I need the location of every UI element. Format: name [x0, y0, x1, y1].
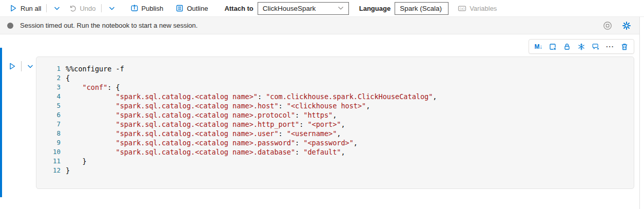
code-line[interactable]: 5 "spark.sql.catalog.<catalog name>.host…	[36, 101, 634, 110]
notebook-area: M↓	[0, 34, 639, 209]
code-line[interactable]: 6 "spark.sql.catalog.<catalog name>.prot…	[36, 110, 634, 120]
language-value: Spark (Scala)	[400, 5, 442, 12]
markdown-convert-icon: M↓	[535, 43, 542, 50]
lock-icon	[563, 43, 571, 51]
code-line[interactable]: 11 }	[36, 157, 634, 166]
play-icon	[8, 62, 16, 70]
ellipsis-icon: ···	[606, 43, 614, 50]
line-number: 6	[36, 110, 61, 120]
publish-label: Publish	[142, 5, 164, 12]
code-text: "spark.sql.catalog.<catalog name>": "com…	[66, 92, 437, 101]
code-text: "spark.sql.catalog.<catalog name>.protoc…	[66, 110, 337, 120]
convert-to-markdown-button[interactable]: M↓	[531, 40, 545, 53]
clear-output-icon	[549, 43, 557, 51]
attach-to-value: ClickHouseSpark	[263, 5, 316, 12]
chevron-down-icon	[26, 62, 34, 70]
code-cell: 1%%configure -f2{3 "conf": {4 "spark.sql…	[0, 56, 634, 189]
variables-label: Variables	[470, 5, 497, 12]
toolbar-divider	[101, 4, 102, 12]
code-text: "spark.sql.catalog.<catalog name>.host":…	[66, 101, 370, 110]
code-line[interactable]: 4 "spark.sql.catalog.<catalog name>": "c…	[36, 92, 634, 101]
session-message: Session timed out. Run the notebook to s…	[20, 22, 198, 29]
code-line[interactable]: 10 "spark.sql.catalog.<catalog name>.dat…	[36, 147, 634, 157]
cell-toolbar: M↓	[529, 39, 634, 54]
code-line[interactable]: 12}	[36, 166, 634, 175]
code-editor[interactable]: 1%%configure -f2{3 "conf": {4 "spark.sql…	[36, 56, 634, 189]
session-actions	[602, 20, 632, 31]
code-lines: 1%%configure -f2{3 "conf": {4 "spark.sql…	[36, 64, 634, 175]
run-options-chevron-button[interactable]	[49, 2, 65, 15]
line-number: 7	[36, 120, 61, 129]
code-line[interactable]: 2{	[36, 73, 634, 83]
session-status-icon	[7, 23, 13, 29]
toolbar-divider	[46, 4, 47, 12]
code-line[interactable]: 8 "spark.sql.catalog.<catalog name>.user…	[36, 129, 634, 138]
notebook-pane: Session timed out. Run the notebook to s…	[0, 17, 640, 209]
comment-add-icon	[592, 43, 600, 51]
cell-gutter	[0, 56, 36, 189]
lock-cell-button[interactable]	[560, 40, 574, 53]
trash-icon	[620, 43, 629, 51]
variables-icon: (x)	[458, 4, 466, 13]
chevron-down-icon	[338, 6, 344, 10]
clear-output-button[interactable]	[545, 40, 560, 53]
publish-button[interactable]: Publish	[127, 2, 167, 15]
app: Run all Undo Publish	[0, 0, 644, 209]
session-status-bar: Session timed out. Run the notebook to s…	[0, 17, 639, 34]
code-text: "spark.sql.catalog.<catalog name>.http_p…	[66, 120, 345, 129]
svg-text:(x): (x)	[459, 6, 465, 10]
chevron-down-icon	[53, 4, 61, 12]
publish-icon	[130, 4, 139, 12]
cell-run-options-chevron-button[interactable]	[24, 60, 36, 72]
line-number: 12	[36, 166, 61, 175]
code-line[interactable]: 1%%configure -f	[36, 64, 634, 73]
language-dropdown[interactable]: Spark (Scala)	[395, 2, 448, 15]
stop-session-button[interactable]	[602, 20, 613, 31]
line-number: 11	[36, 157, 61, 166]
attach-to-label: Attach to	[224, 5, 253, 12]
line-number: 3	[36, 83, 61, 92]
undo-redo-options-chevron-button[interactable]	[104, 2, 120, 15]
code-text: "spark.sql.catalog.<catalog name>.passwo…	[66, 138, 358, 147]
gear-icon	[622, 21, 631, 30]
line-number: 2	[36, 73, 61, 83]
more-actions-button[interactable]: ···	[603, 40, 617, 53]
undo-label: Undo	[80, 5, 95, 12]
delete-cell-button[interactable]	[617, 40, 632, 53]
code-text: }	[66, 166, 70, 175]
undo-button[interactable]: Undo	[65, 2, 99, 15]
code-text: %%configure -f	[66, 64, 124, 73]
language-label: Language	[359, 5, 391, 12]
freeze-cell-button[interactable]	[574, 40, 589, 53]
snowflake-icon	[577, 43, 586, 51]
line-number: 8	[36, 129, 61, 138]
code-text: {	[66, 73, 70, 83]
code-text: }	[66, 157, 87, 166]
code-line[interactable]: 3 "conf": {	[36, 83, 634, 92]
code-text: "spark.sql.catalog.<catalog name>.user":…	[66, 129, 341, 138]
line-number: 5	[36, 101, 61, 110]
gutter-divider	[21, 61, 22, 71]
stop-icon	[603, 21, 612, 30]
code-text: "spark.sql.catalog.<catalog name>.databa…	[66, 147, 345, 157]
run-cell-button[interactable]	[6, 60, 18, 72]
code-line[interactable]: 9 "spark.sql.catalog.<catalog name>.pass…	[36, 138, 634, 147]
play-icon	[9, 4, 17, 12]
undo-icon	[68, 4, 76, 12]
attach-to-dropdown[interactable]: ClickHouseSpark	[258, 2, 349, 15]
chevron-down-icon	[442, 6, 443, 10]
outline-icon	[175, 4, 184, 12]
session-settings-button[interactable]	[621, 20, 632, 31]
outline-label: Outline	[187, 5, 208, 12]
line-number: 1	[36, 64, 61, 73]
variables-button[interactable]: (x) Variables	[455, 2, 500, 15]
code-line[interactable]: 7 "spark.sql.catalog.<catalog name>.http…	[36, 120, 634, 129]
line-number: 9	[36, 138, 61, 147]
run-all-label: Run all	[21, 5, 41, 12]
line-number: 4	[36, 92, 61, 101]
add-comment-button[interactable]	[589, 40, 603, 53]
run-all-button[interactable]: Run all	[6, 2, 44, 15]
notebook-toolbar: Run all Undo Publish	[0, 0, 644, 17]
outline-button[interactable]: Outline	[172, 2, 211, 15]
line-number: 10	[36, 147, 61, 157]
